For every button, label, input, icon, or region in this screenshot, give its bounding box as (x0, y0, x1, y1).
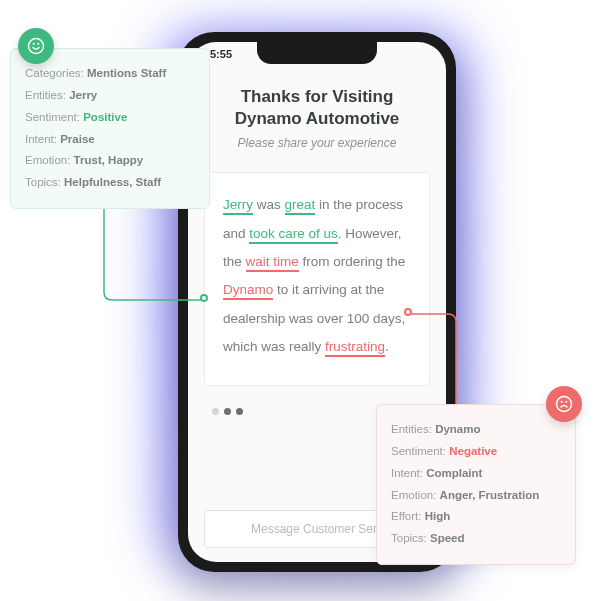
connector-negative-start (404, 308, 412, 316)
pos-entities: Jerry (69, 89, 97, 101)
status-time: 5:55 (210, 48, 232, 60)
svg-point-5 (566, 401, 567, 402)
title-line-2: Dynamo Automotive (235, 109, 400, 128)
svg-point-2 (38, 43, 39, 44)
neg-emotion: Anger, Frustration (440, 489, 540, 501)
svg-point-4 (561, 401, 562, 402)
callout-positive: Categories: Mentions Staff Entities: Jer… (10, 48, 210, 209)
hl-wait-time: wait time (246, 254, 299, 272)
page-dot-2[interactable] (224, 408, 231, 415)
pos-categories: Mentions Staff (87, 67, 166, 79)
hl-jerry: Jerry (223, 197, 253, 215)
review-card[interactable]: Jerry was great in the process and took … (204, 172, 430, 386)
hl-great: great (285, 197, 316, 215)
svg-point-0 (29, 39, 44, 54)
title-line-1: Thanks for Visiting (241, 87, 394, 106)
hl-frustrating: frustrating (325, 339, 385, 357)
page-dot-1[interactable] (212, 408, 219, 415)
neg-intent: Complaint (426, 467, 482, 479)
pos-intent: Praise (60, 133, 95, 145)
pos-emotion: Trust, Happy (74, 154, 144, 166)
pos-topics: Helpfulness, Staff (64, 176, 161, 188)
svg-point-1 (33, 43, 34, 44)
connector-positive-end (200, 294, 208, 302)
phone-notch (257, 42, 377, 64)
neg-sentiment: Negative (449, 445, 497, 457)
hl-dynamo: Dynamo (223, 282, 273, 300)
neg-effort: High (425, 510, 451, 522)
neg-topics: Speed (430, 532, 465, 544)
page-title: Thanks for Visiting Dynamo Automotive (206, 86, 428, 130)
neg-entities: Dynamo (435, 423, 480, 435)
pos-sentiment: Positive (83, 111, 127, 123)
hl-took-care: took care of us (249, 226, 338, 244)
frown-icon (546, 386, 582, 422)
smile-icon (18, 28, 54, 64)
page-dot-3[interactable] (236, 408, 243, 415)
svg-point-3 (557, 397, 572, 412)
callout-negative: Entities: Dynamo Sentiment: Negative Int… (376, 404, 576, 565)
page-subtitle: Please share your experience (206, 136, 428, 150)
